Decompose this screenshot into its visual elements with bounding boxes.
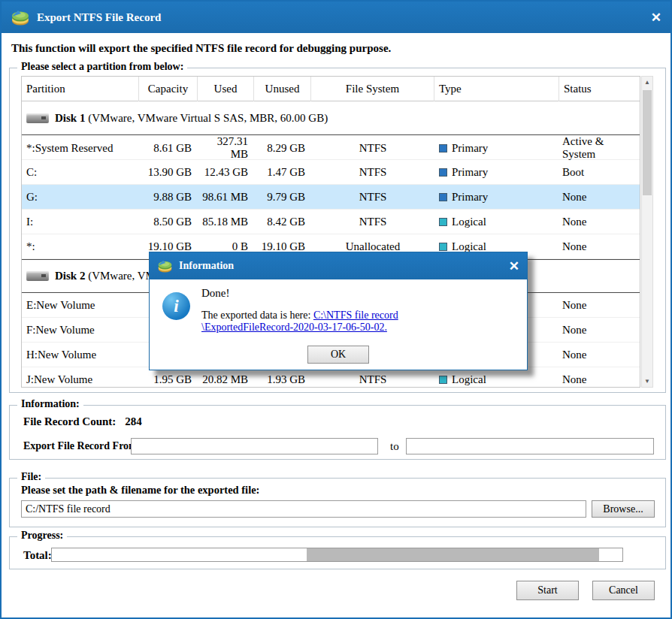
column-header-used: Used [198,77,254,101]
status-cell: None [559,373,640,386]
partition-name: *:System Reserved [22,142,139,155]
filesystem-cell: NTFS [311,373,434,386]
disk-details: (VMware, VMware Virtual S SAS, MBR, 60.0… [88,112,328,124]
disk-row: Disk 1 (VMware, VMware Virtual S SAS, MB… [22,101,640,135]
status-cell: None [559,299,640,312]
filesystem-cell: NTFS [311,166,434,179]
modal-message: Done! [201,287,230,300]
status-cell: Boot [559,166,640,179]
table-row[interactable]: C: 13.90 GB 12.43 GB 1.47 GB NTFS Primar… [22,160,640,185]
filesystem-cell: NTFS [311,216,434,228]
progress-groupbox: Progress: Total: [9,536,666,569]
table-row-selected[interactable]: G: 9.88 GB 98.61 MB 9.79 GB NTFS Primary… [22,185,640,210]
modal-title: Information [179,260,234,272]
filesystem-cell: NTFS [311,191,434,204]
unused-cell: 1.47 GB [254,166,311,179]
modal-close-icon[interactable]: ✕ [509,260,519,273]
unused-cell: 8.29 GB [254,142,311,155]
partition-group-label: Please select a partition from below: [17,61,187,73]
status-cell: None [559,191,640,204]
file-group-label: File: [17,471,45,483]
to-label: to [390,440,399,453]
column-header-status: Status [559,77,640,101]
disk-name: Disk 2 [55,270,85,282]
ok-button[interactable]: OK [307,346,369,364]
information-groupbox: Information: File Record Count: 284 Expo… [9,405,666,460]
cancel-button[interactable]: Cancel [592,581,655,600]
capacity-cell: 9.88 GB [139,191,198,204]
table-row[interactable]: J:New Volume 1.95 GB 20.82 MB 1.93 GB NT… [22,367,640,388]
export-from-label: Export File Record From: [23,440,141,452]
primary-type-icon [439,168,447,177]
disk-name: Disk 1 [55,112,85,124]
partition-name: H:New Volume [22,349,139,361]
logical-type-icon [439,218,447,226]
capacity-cell: 13.90 GB [139,166,198,179]
partition-name: G: [22,191,139,204]
progress-group-label: Progress: [17,530,67,542]
start-button[interactable]: Start [516,581,579,600]
close-icon[interactable]: ✕ [651,11,661,24]
type-label: Logical [452,240,486,253]
browse-button[interactable]: Browse... [592,500,655,518]
type-label: Logical [452,216,486,228]
column-header-partition: Partition [22,77,139,101]
status-cell: None [559,216,640,228]
scroll-up-icon[interactable]: ▲ [642,77,652,88]
window-title: Export NTFS File Record [37,11,161,24]
status-cell: None [559,349,640,361]
export-path-link[interactable]: C:\NTFS file record [313,310,398,321]
table-scrollbar[interactable]: ▲ ▼ [641,76,653,388]
column-header-filesystem: File System [311,77,434,101]
type-label: Primary [452,142,488,155]
partition-name: E:New Volume [22,299,139,312]
export-from-input[interactable] [131,438,378,454]
used-cell: 98.61 MB [198,191,254,204]
export-path-input[interactable] [21,500,586,518]
unused-cell: 8.42 GB [254,216,311,228]
file-record-count-label: File Record Count: [23,415,116,428]
capacity-cell: 8.61 GB [139,142,198,155]
column-header-unused: Unused [254,77,311,101]
export-ntfs-dialog: Export NTFS File Record ✕ This function … [0,0,672,619]
scroll-down-icon[interactable]: ▼ [642,376,652,387]
used-cell: 12.43 GB [198,166,254,179]
export-to-input[interactable] [406,438,654,454]
modal-body: i Done! The exported data is here: C:\NT… [150,279,527,370]
scrollbar-thumb[interactable] [643,90,652,195]
capacity-cell: 1.95 GB [139,373,198,386]
modal-titlebar: Information ✕ [150,252,527,279]
status-cell: None [559,240,640,253]
link-prefix: The exported data is here: [201,310,313,321]
file-instruction: Please set the path & filename for the e… [21,484,259,497]
partition-name: J:New Volume [22,373,139,386]
unused-cell: 9.79 GB [254,191,311,204]
filesystem-cell: Unallocated [311,240,434,253]
export-path-link[interactable]: \ExportedFileRecord-2020-03-17-06-50-02. [201,322,387,333]
table-row[interactable]: I: 8.50 GB 85.18 MB 8.42 GB NTFS Logical… [22,210,640,234]
partition-name: F:New Volume [22,324,139,337]
table-row[interactable]: *:System Reserved 8.61 GB 327.31 MB 8.29… [22,135,640,160]
progress-bar [51,548,623,562]
disk-icon [26,113,49,123]
logical-type-icon [439,243,447,251]
app-icon [11,9,30,26]
partition-name: *: [22,240,139,253]
unused-cell: 1.93 GB [254,373,311,386]
primary-type-icon [439,144,447,152]
information-group-label: Information: [17,398,83,410]
dialog-description: This function will export the specified … [11,42,391,55]
table-header: Partition Capacity Used Unused File Syst… [22,77,640,101]
used-cell: 85.18 MB [198,216,254,228]
type-cell: Primary [434,191,559,204]
type-cell: Primary [434,166,559,179]
partition-name: I: [22,216,139,228]
partition-name: C: [22,166,139,179]
type-cell: Logical [434,373,559,386]
titlebar: Export NTFS File Record ✕ [2,2,670,33]
status-cell: Active & System [559,135,640,161]
used-cell: 327.31 MB [198,135,254,161]
filesystem-cell: NTFS [311,142,434,155]
type-cell: Primary [434,142,559,155]
total-label: Total: [23,549,52,562]
